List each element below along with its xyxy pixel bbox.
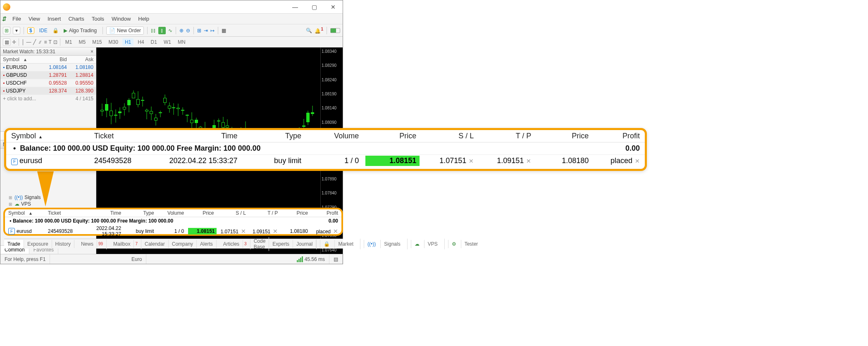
mw-row-eurusd[interactable]: ▪ EURUSD 1.08164 1.08180 — [0, 64, 96, 71]
auto-scroll-icon[interactable]: ⇥ — [204, 28, 208, 33]
close-icon[interactable]: ✕ — [524, 158, 531, 164]
ide-button[interactable]: IDE — [37, 27, 50, 34]
objects-icon[interactable]: ⊡ — [53, 39, 57, 45]
mw-row-gbpusd[interactable]: ▪ GBPUSD 1.28791 1.28814 — [0, 71, 96, 79]
close-button[interactable]: ✕ — [324, 0, 343, 14]
market-watch-panel: Market Watch: 15:33:31× Symbol ▴ Bid Ask… — [0, 47, 96, 140]
tf-d1[interactable]: D1 — [148, 38, 160, 46]
status-windows-icon[interactable]: ▤ — [329, 254, 343, 264]
bars-icon[interactable]: ⫿⫿ — [151, 28, 156, 33]
menubar: ⇵ File View Insert Charts Tools Window H… — [0, 14, 343, 24]
fibo-icon[interactable]: ≡ — [44, 39, 47, 45]
menu-file[interactable]: File — [9, 15, 24, 23]
tab-experts[interactable]: Experts — [269, 240, 293, 248]
menu-tools[interactable]: Tools — [88, 15, 107, 23]
trade-table-callout-small: Symbol ▴ Ticket Time Type Volume Price S… — [3, 208, 343, 236]
candles-icon[interactable]: ⫿ — [158, 27, 166, 34]
line-icon[interactable]: ∿ — [168, 28, 172, 33]
tab-news[interactable]: News 99 — [74, 239, 107, 249]
tab-mailbox[interactable]: Mailbox 7 — [107, 239, 141, 249]
status-currency: Euro — [127, 254, 146, 264]
trade-order-row[interactable]: Feurusd 245493528 2022.04.22 15:33:27 bu… — [6, 155, 645, 167]
vline-icon[interactable]: │ — [21, 39, 25, 45]
trade-order-row-small[interactable]: Feurusd 245493528 2022.04.22 15:33:27 bu… — [5, 225, 341, 238]
mw-row-usdchf[interactable]: ▪ USDCHF 0.95528 0.95550 — [0, 79, 96, 87]
tf-m30[interactable]: M30 — [106, 38, 121, 46]
status-help: For Help, press F1 — [0, 254, 50, 264]
menu-charts[interactable]: Charts — [65, 15, 87, 23]
tab-vps[interactable]: ☁VPS — [407, 239, 444, 249]
equidistant-icon[interactable]: ⫽ — [38, 39, 43, 45]
status-ping: 45.56 ms — [293, 254, 329, 264]
tab-company[interactable]: Company — [169, 240, 197, 248]
trade-balance-row: • Balance: 100 000.00 USD Equity: 100 00… — [6, 142, 645, 155]
crosshair-icon[interactable]: ✛ — [12, 39, 16, 45]
notifications-icon[interactable]: 🔔1 — [315, 27, 323, 34]
trade-balance-row-small: • Balance: 100 000.00 USD Equity: 100 00… — [5, 217, 341, 225]
window-controls: — ▢ ✕ — [286, 0, 343, 14]
statusbar: For Help, press F1 Euro 45.56 ms ▤ — [0, 254, 343, 264]
search-icon[interactable]: 🔍 — [306, 28, 312, 33]
tf-h4[interactable]: H4 — [135, 38, 146, 46]
menu-window[interactable]: Window — [108, 15, 134, 23]
tab-history[interactable]: History — [52, 240, 74, 248]
minimize-button[interactable]: — — [286, 0, 305, 14]
toolbar-main: ⊞ ▾ $ IDE 🔒 ▶Algo Trading 📄New Order ⫿⫿ … — [0, 24, 343, 37]
new-order-button[interactable]: 📄New Order — [106, 26, 144, 35]
app-logo-icon — [3, 3, 10, 11]
mw-row-usdjpy[interactable]: ▪ USDJPY 128.374 128.390 — [0, 87, 96, 95]
trendline-icon[interactable]: ╱ — [33, 39, 36, 45]
new-chart-icon[interactable]: ⊞ — [3, 27, 10, 34]
tf-w1[interactable]: W1 — [161, 38, 174, 46]
market-watch-header: Market Watch: 15:33:31× — [0, 47, 96, 56]
tab-signals[interactable]: ((•))Signals — [360, 239, 407, 249]
tf-m5[interactable]: M5 — [76, 38, 88, 46]
dollar-button[interactable]: $ — [27, 27, 34, 34]
zoom-out-icon[interactable]: ⊖ — [186, 28, 190, 33]
tab-tester[interactable]: ⚙Tester — [444, 239, 485, 249]
tf-m1[interactable]: M1 — [63, 38, 75, 46]
folder-icon[interactable]: ▾ — [13, 27, 20, 34]
mw-add-row[interactable]: + click to add... 4 / 1415 — [0, 95, 96, 102]
tab-exposure[interactable]: Exposure — [24, 240, 52, 248]
menu-insert[interactable]: Insert — [44, 15, 64, 23]
tab-articles[interactable]: Articles 3 — [217, 239, 250, 249]
close-icon[interactable]: ✕ — [466, 158, 474, 164]
tf-h1[interactable]: H1 — [122, 38, 134, 46]
tf-m15[interactable]: M15 — [90, 38, 104, 46]
close-icon[interactable]: ✕ — [632, 158, 640, 164]
titlebar: — ▢ ✕ — [0, 0, 343, 14]
tab-alerts[interactable]: Alerts — [197, 240, 217, 248]
shift-icon[interactable]: ↦ — [210, 28, 215, 33]
lock-icon[interactable]: 🔒 — [52, 28, 59, 33]
grid-icon[interactable]: ⊞ — [197, 28, 201, 33]
hline-icon[interactable]: — — [26, 39, 31, 45]
tab-journal[interactable]: Journal — [293, 240, 316, 248]
text-icon[interactable]: T — [49, 39, 52, 45]
maximize-button[interactable]: ▢ — [305, 0, 324, 14]
tab-codebase[interactable]: Code Base — [250, 237, 269, 251]
strategy-icon[interactable]: ▦ — [222, 28, 226, 33]
panel-close-icon[interactable]: × — [91, 49, 93, 55]
callout-pointer-icon — [37, 171, 54, 206]
toolbar-drawing: ▦ ✛ │ — ╱ ⫽ ≡ T ⊡ M1 M5 M15 M30 H1 H4 D1… — [0, 37, 343, 47]
battery-icon — [330, 28, 340, 33]
menu-view[interactable]: View — [25, 15, 43, 23]
trade-table-callout-large: Symbol▴ Ticket Time Type Volume Price S … — [4, 128, 647, 171]
menu-help[interactable]: Help — [135, 15, 153, 23]
cursor-icon[interactable]: ▦ — [3, 38, 10, 46]
zoom-in-icon[interactable]: ⊕ — [179, 28, 184, 33]
trade-columns-small[interactable]: Symbol ▴ Ticket Time Type Volume Price S… — [5, 209, 341, 217]
tf-mn[interactable]: MN — [175, 38, 188, 46]
tab-market[interactable]: 🔒Market — [316, 239, 360, 249]
market-watch-columns[interactable]: Symbol ▴ Bid Ask — [0, 56, 96, 64]
tab-calendar[interactable]: Calendar — [141, 240, 169, 248]
tab-trade[interactable]: Trade — [4, 240, 24, 248]
algo-trading-button[interactable]: ▶Algo Trading — [61, 27, 99, 34]
toolbox-tabs: Trade Exposure History News 99 Mailbox 7… — [4, 239, 343, 249]
trade-columns[interactable]: Symbol▴ Ticket Time Type Volume Price S … — [6, 130, 645, 142]
chart-icon: ⇵ — [2, 16, 8, 22]
